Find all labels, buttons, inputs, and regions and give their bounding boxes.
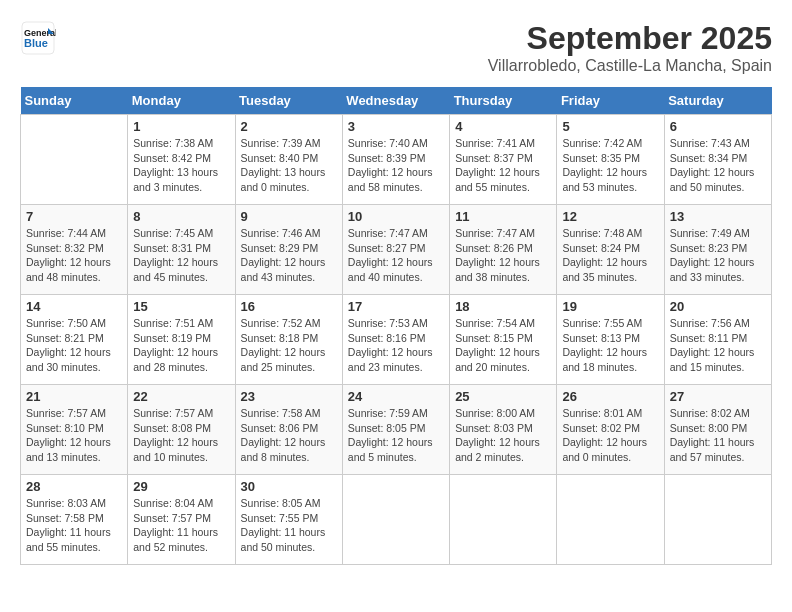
day-number: 14 <box>26 299 122 314</box>
calendar-cell <box>450 475 557 565</box>
calendar-cell: 28Sunrise: 8:03 AMSunset: 7:58 PMDayligh… <box>21 475 128 565</box>
calendar-cell: 5Sunrise: 7:42 AMSunset: 8:35 PMDaylight… <box>557 115 664 205</box>
calendar-week-3: 14Sunrise: 7:50 AMSunset: 8:21 PMDayligh… <box>21 295 772 385</box>
day-number: 24 <box>348 389 444 404</box>
day-info: Sunrise: 7:59 AMSunset: 8:05 PMDaylight:… <box>348 406 444 465</box>
day-info: Sunrise: 7:44 AMSunset: 8:32 PMDaylight:… <box>26 226 122 285</box>
calendar-header: September 2025 Villarrobledo, Castille-L… <box>488 20 772 75</box>
day-header-saturday: Saturday <box>664 87 771 115</box>
day-number: 1 <box>133 119 229 134</box>
calendar-cell: 17Sunrise: 7:53 AMSunset: 8:16 PMDayligh… <box>342 295 449 385</box>
calendar-week-4: 21Sunrise: 7:57 AMSunset: 8:10 PMDayligh… <box>21 385 772 475</box>
day-info: Sunrise: 7:41 AMSunset: 8:37 PMDaylight:… <box>455 136 551 195</box>
day-info: Sunrise: 7:50 AMSunset: 8:21 PMDaylight:… <box>26 316 122 375</box>
day-info: Sunrise: 7:57 AMSunset: 8:10 PMDaylight:… <box>26 406 122 465</box>
calendar-subtitle: Villarrobledo, Castille-La Mancha, Spain <box>488 57 772 75</box>
day-info: Sunrise: 7:57 AMSunset: 8:08 PMDaylight:… <box>133 406 229 465</box>
calendar-title: September 2025 <box>488 20 772 57</box>
day-number: 18 <box>455 299 551 314</box>
day-info: Sunrise: 7:47 AMSunset: 8:27 PMDaylight:… <box>348 226 444 285</box>
day-number: 23 <box>241 389 337 404</box>
day-number: 19 <box>562 299 658 314</box>
calendar-cell: 21Sunrise: 7:57 AMSunset: 8:10 PMDayligh… <box>21 385 128 475</box>
day-info: Sunrise: 7:48 AMSunset: 8:24 PMDaylight:… <box>562 226 658 285</box>
calendar-cell: 18Sunrise: 7:54 AMSunset: 8:15 PMDayligh… <box>450 295 557 385</box>
day-header-sunday: Sunday <box>21 87 128 115</box>
day-info: Sunrise: 8:04 AMSunset: 7:57 PMDaylight:… <box>133 496 229 555</box>
day-info: Sunrise: 7:42 AMSunset: 8:35 PMDaylight:… <box>562 136 658 195</box>
day-info: Sunrise: 8:01 AMSunset: 8:02 PMDaylight:… <box>562 406 658 465</box>
calendar-cell: 11Sunrise: 7:47 AMSunset: 8:26 PMDayligh… <box>450 205 557 295</box>
calendar-cell: 6Sunrise: 7:43 AMSunset: 8:34 PMDaylight… <box>664 115 771 205</box>
day-number: 21 <box>26 389 122 404</box>
day-header-thursday: Thursday <box>450 87 557 115</box>
day-number: 15 <box>133 299 229 314</box>
calendar-cell: 7Sunrise: 7:44 AMSunset: 8:32 PMDaylight… <box>21 205 128 295</box>
day-number: 30 <box>241 479 337 494</box>
day-number: 22 <box>133 389 229 404</box>
calendar-table: SundayMondayTuesdayWednesdayThursdayFrid… <box>20 87 772 565</box>
calendar-week-5: 28Sunrise: 8:03 AMSunset: 7:58 PMDayligh… <box>21 475 772 565</box>
day-number: 13 <box>670 209 766 224</box>
day-number: 4 <box>455 119 551 134</box>
calendar-cell: 25Sunrise: 8:00 AMSunset: 8:03 PMDayligh… <box>450 385 557 475</box>
calendar-week-2: 7Sunrise: 7:44 AMSunset: 8:32 PMDaylight… <box>21 205 772 295</box>
calendar-cell: 24Sunrise: 7:59 AMSunset: 8:05 PMDayligh… <box>342 385 449 475</box>
day-number: 26 <box>562 389 658 404</box>
calendar-cell <box>21 115 128 205</box>
calendar-cell: 23Sunrise: 7:58 AMSunset: 8:06 PMDayligh… <box>235 385 342 475</box>
calendar-cell: 15Sunrise: 7:51 AMSunset: 8:19 PMDayligh… <box>128 295 235 385</box>
day-info: Sunrise: 8:03 AMSunset: 7:58 PMDaylight:… <box>26 496 122 555</box>
calendar-cell <box>342 475 449 565</box>
day-info: Sunrise: 7:51 AMSunset: 8:19 PMDaylight:… <box>133 316 229 375</box>
calendar-cell <box>664 475 771 565</box>
day-info: Sunrise: 7:53 AMSunset: 8:16 PMDaylight:… <box>348 316 444 375</box>
calendar-cell: 3Sunrise: 7:40 AMSunset: 8:39 PMDaylight… <box>342 115 449 205</box>
day-info: Sunrise: 8:05 AMSunset: 7:55 PMDaylight:… <box>241 496 337 555</box>
calendar-cell: 10Sunrise: 7:47 AMSunset: 8:27 PMDayligh… <box>342 205 449 295</box>
calendar-cell: 27Sunrise: 8:02 AMSunset: 8:00 PMDayligh… <box>664 385 771 475</box>
day-number: 25 <box>455 389 551 404</box>
day-number: 12 <box>562 209 658 224</box>
day-number: 2 <box>241 119 337 134</box>
day-number: 10 <box>348 209 444 224</box>
calendar-week-1: 1Sunrise: 7:38 AMSunset: 8:42 PMDaylight… <box>21 115 772 205</box>
day-info: Sunrise: 7:52 AMSunset: 8:18 PMDaylight:… <box>241 316 337 375</box>
day-header-tuesday: Tuesday <box>235 87 342 115</box>
day-number: 28 <box>26 479 122 494</box>
day-number: 7 <box>26 209 122 224</box>
day-info: Sunrise: 7:58 AMSunset: 8:06 PMDaylight:… <box>241 406 337 465</box>
calendar-cell: 9Sunrise: 7:46 AMSunset: 8:29 PMDaylight… <box>235 205 342 295</box>
day-info: Sunrise: 7:45 AMSunset: 8:31 PMDaylight:… <box>133 226 229 285</box>
day-info: Sunrise: 7:46 AMSunset: 8:29 PMDaylight:… <box>241 226 337 285</box>
day-number: 9 <box>241 209 337 224</box>
day-number: 29 <box>133 479 229 494</box>
day-number: 16 <box>241 299 337 314</box>
day-number: 20 <box>670 299 766 314</box>
day-number: 6 <box>670 119 766 134</box>
day-number: 11 <box>455 209 551 224</box>
calendar-cell: 1Sunrise: 7:38 AMSunset: 8:42 PMDaylight… <box>128 115 235 205</box>
day-info: Sunrise: 7:40 AMSunset: 8:39 PMDaylight:… <box>348 136 444 195</box>
svg-text:Blue: Blue <box>24 37 48 49</box>
day-info: Sunrise: 8:00 AMSunset: 8:03 PMDaylight:… <box>455 406 551 465</box>
calendar-cell: 22Sunrise: 7:57 AMSunset: 8:08 PMDayligh… <box>128 385 235 475</box>
calendar-cell: 26Sunrise: 8:01 AMSunset: 8:02 PMDayligh… <box>557 385 664 475</box>
logo-icon: General Blue <box>20 20 56 56</box>
day-info: Sunrise: 7:49 AMSunset: 8:23 PMDaylight:… <box>670 226 766 285</box>
calendar-cell: 4Sunrise: 7:41 AMSunset: 8:37 PMDaylight… <box>450 115 557 205</box>
calendar-cell: 16Sunrise: 7:52 AMSunset: 8:18 PMDayligh… <box>235 295 342 385</box>
day-number: 17 <box>348 299 444 314</box>
day-header-friday: Friday <box>557 87 664 115</box>
day-info: Sunrise: 7:39 AMSunset: 8:40 PMDaylight:… <box>241 136 337 195</box>
calendar-cell: 12Sunrise: 7:48 AMSunset: 8:24 PMDayligh… <box>557 205 664 295</box>
calendar-cell: 2Sunrise: 7:39 AMSunset: 8:40 PMDaylight… <box>235 115 342 205</box>
day-info: Sunrise: 7:43 AMSunset: 8:34 PMDaylight:… <box>670 136 766 195</box>
day-info: Sunrise: 8:02 AMSunset: 8:00 PMDaylight:… <box>670 406 766 465</box>
day-number: 8 <box>133 209 229 224</box>
logo: General Blue <box>20 20 60 56</box>
calendar-cell: 8Sunrise: 7:45 AMSunset: 8:31 PMDaylight… <box>128 205 235 295</box>
calendar-cell: 30Sunrise: 8:05 AMSunset: 7:55 PMDayligh… <box>235 475 342 565</box>
day-number: 27 <box>670 389 766 404</box>
calendar-cell: 13Sunrise: 7:49 AMSunset: 8:23 PMDayligh… <box>664 205 771 295</box>
